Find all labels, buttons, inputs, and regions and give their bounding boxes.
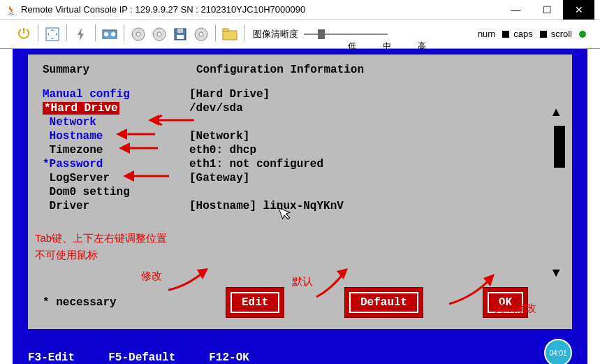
caps-label: caps <box>513 29 532 39</box>
disc1-icon[interactable] <box>129 24 148 44</box>
scroll-down-icon[interactable]: ▼ <box>550 265 562 280</box>
fkey-hints: F3-Edit F5-Default F12-OK <box>28 351 249 364</box>
maximize-button[interactable]: ☐ <box>532 0 563 20</box>
scroll-led <box>579 31 586 38</box>
conf-line: eth0: dhcp <box>189 143 557 157</box>
svg-rect-14 <box>223 31 237 40</box>
conf-line: [Hard Drive] <box>189 87 557 101</box>
summary-item[interactable]: Driver <box>43 199 189 213</box>
svg-point-3 <box>104 32 108 36</box>
close-button[interactable]: ✕ <box>563 0 594 20</box>
summary-item[interactable]: Timezone <box>43 143 189 157</box>
caps-led <box>540 31 547 38</box>
conf-column: [Hard Drive]/dev/sda [Network]eth0: dhcp… <box>189 87 557 213</box>
summary-item[interactable]: Network <box>43 115 189 129</box>
svg-rect-10 <box>177 29 183 33</box>
summary-item[interactable]: Hostname <box>43 129 189 143</box>
f3-hint: F3-Edit <box>28 351 75 364</box>
f5-hint: F5-Default <box>108 351 175 364</box>
svg-point-6 <box>136 32 140 36</box>
toolbar: 图像清晰度 num caps scroll <box>0 20 600 49</box>
java-icon <box>6 4 17 15</box>
summary-item[interactable]: *Hard Drive <box>43 101 189 115</box>
conf-line: [Network] <box>189 129 557 143</box>
conf-line <box>189 115 557 129</box>
disc3-icon[interactable] <box>191 24 211 44</box>
minimize-button[interactable]: — <box>500 0 532 20</box>
num-led <box>502 31 509 38</box>
svg-point-4 <box>111 32 115 36</box>
conf-line <box>189 185 557 199</box>
scrollbar[interactable] <box>554 126 565 168</box>
floppy-icon[interactable] <box>170 24 190 44</box>
flash-icon[interactable] <box>71 24 91 44</box>
svg-point-8 <box>157 32 161 36</box>
summary-item[interactable]: Dom0 setting <box>43 185 189 199</box>
scroll-label: scroll <box>551 29 572 39</box>
default-button[interactable]: Default <box>344 287 423 318</box>
power-icon[interactable] <box>14 24 34 44</box>
clock-badge: 04:01 <box>544 339 572 364</box>
move-icon[interactable] <box>43 24 62 44</box>
svg-point-13 <box>199 32 203 36</box>
conf-line: [Hostname] linux-NqYKnV <box>189 199 557 213</box>
svg-rect-11 <box>177 35 184 39</box>
edit-button[interactable]: Edit <box>226 287 284 318</box>
slider-marks: 低 中 高 <box>348 41 426 52</box>
window-title: Remote Virtual Console IP : 129.9.9.27 S… <box>21 4 500 15</box>
console-area: Summary Configuration Information Manual… <box>13 49 587 364</box>
f12-hint: F12-OK <box>209 351 249 364</box>
disc2-icon[interactable] <box>149 24 169 44</box>
summary-header: Summary <box>43 64 189 76</box>
conf-line: /dev/sda <box>189 101 557 115</box>
conf-line: [Gateway] <box>189 171 557 185</box>
conf-line: eth1: not configured <box>189 157 557 171</box>
ok-button[interactable]: OK <box>483 287 528 318</box>
necessary-label: * necessary <box>43 296 117 309</box>
scroll-up-icon[interactable]: ▲ <box>550 105 562 119</box>
summary-item[interactable]: *Password <box>43 157 189 171</box>
folder-icon[interactable] <box>220 24 240 44</box>
clarity-slider[interactable] <box>304 34 388 35</box>
conf-header: Configuration Information <box>196 64 364 76</box>
clarity-label: 图像清晰度 <box>253 28 298 41</box>
summary-item[interactable]: Manual config <box>43 87 189 101</box>
recorder-icon[interactable] <box>100 24 119 44</box>
summary-item[interactable]: LogServer <box>43 171 189 185</box>
svg-rect-15 <box>223 29 228 31</box>
num-label: num <box>478 29 495 39</box>
tui-window: Summary Configuration Information Manual… <box>28 54 572 329</box>
window-titlebar: Remote Virtual Console IP : 129.9.9.27 S… <box>0 0 600 20</box>
summary-column[interactable]: Manual config*Hard Drive Network Hostnam… <box>43 87 189 213</box>
